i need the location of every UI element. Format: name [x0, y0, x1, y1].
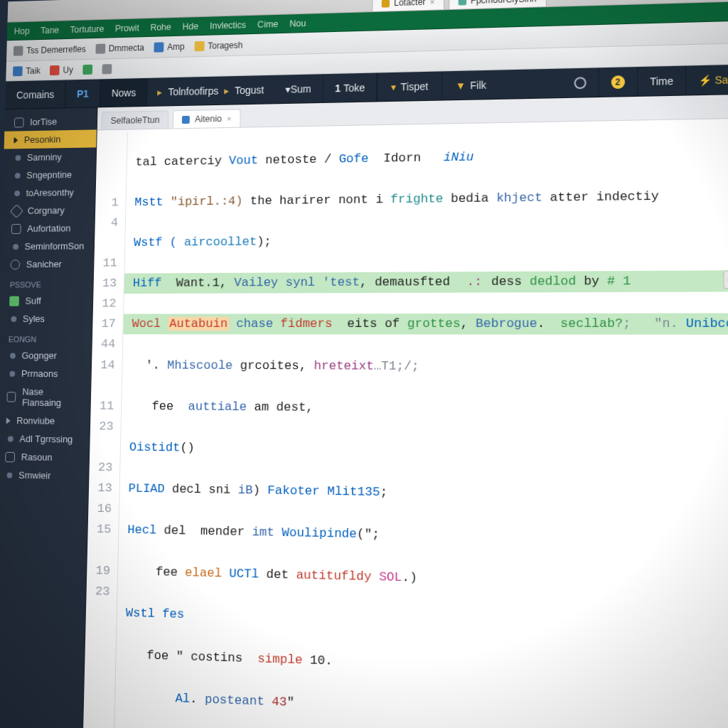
sidebar-item[interactable]: Ronviube	[0, 412, 90, 431]
icon	[154, 42, 164, 52]
triangle-down-icon: ▼	[456, 79, 466, 91]
icon	[13, 66, 23, 76]
toolbar-item[interactable]: Uy	[50, 65, 73, 75]
tab-label: FpcmourClySinn	[471, 0, 537, 6]
code-text[interactable]: tal caterciy Vout netoste / Gofe Idorn i…	[114, 122, 728, 728]
toolbar-item[interactable]: Toragesh	[194, 40, 242, 51]
sidebar-item[interactable]: Nase Flansaing	[0, 382, 90, 412]
tab-icon	[382, 0, 390, 7]
menu-item[interactable]: Hde	[182, 21, 198, 32]
menu-item[interactable]: Invlectics	[210, 20, 246, 31]
dot-icon	[8, 436, 14, 441]
dot-icon	[15, 173, 21, 178]
sidebar-item[interactable]: Gognger	[0, 346, 92, 365]
sidebar-item[interactable]: Smwieir	[0, 466, 89, 485]
menu-item[interactable]: Hop	[14, 26, 30, 36]
chevron-right-icon: ▸	[224, 85, 229, 96]
appbar-project[interactable]: P1	[65, 79, 101, 107]
icon	[50, 65, 60, 75]
menu-item[interactable]: Prowit	[115, 23, 139, 33]
sidebar-header: Eongn	[0, 328, 92, 347]
tab-icon	[458, 0, 466, 5]
chevron-right-icon	[6, 417, 11, 424]
dot-icon	[13, 244, 18, 250]
sidebar-item[interactable]: Sanicher	[1, 255, 94, 273]
badge-icon: 2	[611, 75, 624, 88]
gear-icon	[10, 259, 20, 269]
sidebar-item[interactable]: toAresonthy	[3, 183, 95, 203]
file-icon	[182, 115, 190, 123]
menu-item[interactable]: Tortuture	[70, 23, 104, 34]
dot-icon	[11, 316, 16, 321]
cube-icon	[11, 224, 21, 234]
sidebar-item[interactable]: Rasoun	[0, 447, 89, 466]
toolbar-item[interactable]	[82, 64, 92, 74]
doc-icon	[14, 46, 23, 55]
toolbar-item[interactable]: Amp	[154, 41, 184, 52]
sidebar-item[interactable]: Adl Tgrrssing	[0, 429, 90, 449]
appbar-time[interactable]: Time	[638, 66, 687, 96]
icon	[95, 43, 105, 53]
sidebar-item[interactable]: Syles	[0, 310, 92, 328]
leaf-icon	[9, 296, 19, 306]
dot-icon	[14, 191, 20, 196]
menu-item[interactable]: Rohe	[150, 22, 171, 33]
sidebar-item[interactable]: Samniny	[4, 147, 96, 166]
menu-item[interactable]: Cime	[257, 18, 278, 29]
sidebar-item-selected[interactable]: Pesonkin	[4, 129, 97, 149]
sidebar: IorTise Pesonkin Samniny Sngepntine toAr…	[0, 107, 97, 728]
sidebar-top[interactable]: IorTise	[4, 112, 97, 131]
code-area[interactable]: 14 111312 174414 1123 2313 1615 1923 tal…	[83, 118, 728, 728]
square-icon	[14, 117, 24, 127]
main-pane: IorTise Pesonkin Samniny Sngepntine toAr…	[0, 95, 728, 728]
icon	[102, 64, 112, 74]
file-tab[interactable]: SelfaoleTtun	[102, 110, 169, 129]
menu-item[interactable]: Nou	[289, 18, 306, 28]
appbar-nows[interactable]: Nows	[100, 78, 148, 107]
play-icon	[14, 136, 18, 144]
sidebar-item[interactable]: Prrnaons	[0, 365, 91, 383]
appbar-tab[interactable]: ▼Filk	[441, 70, 500, 100]
sidebar-item[interactable]: Sngepntine	[3, 165, 95, 184]
dot-icon	[9, 370, 15, 376]
square-icon	[5, 451, 15, 461]
sidebar-item[interactable]: Corgnary	[2, 201, 95, 220]
file-tab-active[interactable]: Aitenio ×	[173, 109, 241, 128]
close-icon[interactable]: ×	[227, 114, 232, 123]
dot-icon	[6, 472, 12, 478]
appbar-badge[interactable]: 2	[599, 67, 638, 97]
toolbar-item[interactable]: Tss Demerrefles	[14, 44, 86, 55]
sidebar-item[interactable]: Aufortation	[1, 219, 95, 237]
lightning-icon: ⚡	[699, 74, 712, 86]
breadcrumb-item[interactable]: Togust	[235, 84, 264, 96]
toolbar-item[interactable]	[102, 64, 112, 74]
appbar-sum[interactable]: ▾ Sum	[274, 74, 323, 103]
toolbar-item[interactable]: Taik	[13, 65, 41, 76]
dot-icon	[10, 353, 16, 358]
breadcrumb: ▸ Tolnfoofirps ▸ Togust	[147, 75, 274, 106]
icon	[194, 41, 204, 50]
close-icon[interactable]: ×	[430, 0, 435, 6]
square-icon	[6, 392, 16, 402]
appbar-home[interactable]: Comains	[5, 80, 66, 109]
circle-icon	[574, 77, 586, 89]
tab-label: Lotacter	[394, 0, 426, 8]
editor: SelfaoleTtun Aitenio × 14 111312 174414 …	[83, 95, 728, 728]
dot-icon	[15, 155, 21, 161]
sidebar-item[interactable]: SeminformSon	[1, 237, 95, 255]
badge: 43	[723, 271, 728, 289]
appbar-tab[interactable]: ▾Tispet	[377, 71, 441, 101]
appbar-toke[interactable]: 1 Toke	[323, 73, 378, 102]
chevron-right-icon: ▸	[157, 86, 162, 97]
chevron-down-icon: ▾	[391, 81, 396, 93]
breadcrumb-item[interactable]: Tolnfoofirps	[168, 85, 218, 97]
menu-item[interactable]: Tane	[41, 25, 59, 36]
appbar-safe[interactable]: ⚡ Safe	[686, 64, 728, 95]
sidebar-header: Pssove	[0, 273, 93, 292]
icon	[82, 64, 92, 74]
toolbar-item[interactable]: Dmmecta	[95, 43, 144, 54]
appbar-icon[interactable]	[562, 68, 599, 97]
diamond-icon	[10, 204, 23, 218]
sidebar-item[interactable]: Suff	[0, 291, 92, 310]
